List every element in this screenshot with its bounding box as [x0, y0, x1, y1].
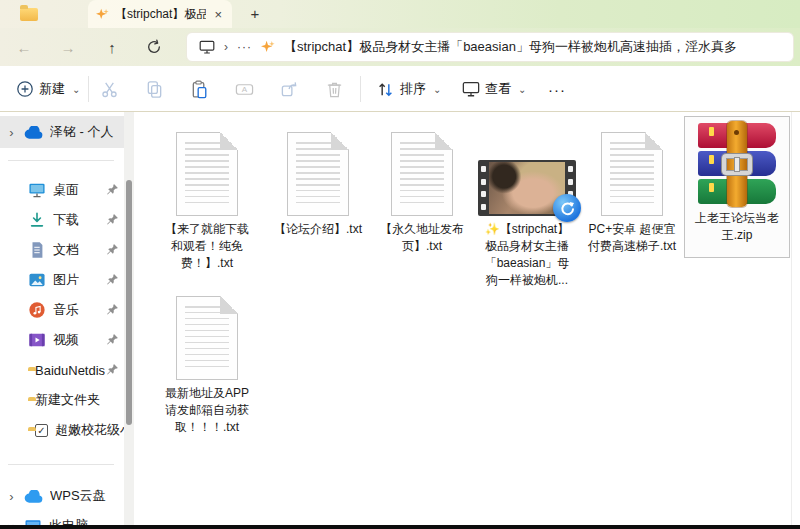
file-item[interactable]: PC+安卓 超便宜 付费高速梯子.txt — [580, 118, 684, 255]
player-badge-icon — [553, 194, 581, 222]
sort-icon — [376, 80, 395, 99]
tab-close-button[interactable]: × — [212, 7, 224, 22]
cut-button[interactable] — [92, 74, 126, 104]
sidebar-scrollbar[interactable] — [124, 112, 134, 525]
sidebar-item-checked-folder[interactable]: ✓ 超嫩校花级小 — [0, 416, 124, 444]
downloads-icon — [28, 211, 46, 229]
file-item[interactable]: 最新地址及APP 请发邮箱自动获 取！！！.txt — [155, 282, 259, 436]
file-label: ✨【stripchat】 极品身材女主播 「baeasian」母 狗一样被炮机.… — [475, 221, 579, 289]
sidebar-item-music[interactable]: 音乐 — [0, 296, 124, 324]
cloud-icon — [24, 490, 43, 503]
documents-icon — [28, 241, 46, 259]
paste-button[interactable] — [182, 74, 216, 104]
onedrive-icon — [24, 126, 43, 139]
sidebar-item-label: 超嫩校花级小 — [55, 421, 124, 439]
sidebar-item-label: WPS云盘 — [50, 487, 106, 505]
svg-text:A: A — [241, 85, 247, 94]
checkbox-icon[interactable]: ✓ — [35, 424, 48, 437]
pin-icon — [106, 363, 119, 379]
sort-button-label: 排序 — [400, 80, 426, 98]
toolbar: 新建 ⌄ A — [0, 66, 800, 112]
sidebar-item-label: 文档 — [53, 241, 79, 259]
new-tab-button[interactable]: + — [244, 3, 266, 25]
sidebar-item-onedrive[interactable]: › 泽铭 - 个人 — [0, 116, 124, 148]
refresh-button[interactable] — [142, 39, 166, 61]
sidebar-item-downloads[interactable]: 下载 — [0, 206, 124, 234]
sidebar-item-label: 新建文件夹 — [35, 391, 100, 409]
more-button[interactable]: ··· — [544, 74, 570, 104]
toolbar-divider — [88, 76, 89, 102]
file-label: 最新地址及APP 请发邮箱自动获 取！！！.txt — [155, 385, 259, 436]
music-icon — [28, 301, 46, 319]
sparkles-icon — [96, 8, 109, 21]
rename-button[interactable]: A — [227, 74, 261, 104]
sidebar-item-documents[interactable]: 文档 — [0, 236, 124, 264]
sidebar-item-label: 音乐 — [53, 301, 79, 319]
titlebar: 【stripchat】极品身材女主 × + — [0, 0, 800, 28]
file-label: 【论坛介绍】.txt — [266, 221, 370, 238]
pin-icon — [106, 183, 119, 199]
sidebar-item-pictures[interactable]: 图片 — [0, 266, 124, 294]
file-label: 上老王论坛当老 王.zip — [685, 210, 789, 244]
text-file-icon — [176, 132, 238, 216]
back-button[interactable]: ← — [12, 37, 36, 59]
chevron-right-icon[interactable]: › — [6, 489, 17, 504]
scissors-icon — [100, 80, 119, 99]
sidebar-item-label: 桌面 — [53, 181, 79, 199]
chevron-down-icon: ⌄ — [72, 84, 80, 95]
sidebar-item-desktop[interactable]: 桌面 — [0, 176, 124, 204]
plus-circle-icon — [16, 80, 34, 98]
file-item[interactable]: 【来了就能下载 和观看！纯免 费！】.txt — [155, 118, 259, 272]
content-scrollbar-track — [791, 112, 792, 525]
trash-icon — [325, 80, 344, 99]
file-label: 【永久地址发布 页】.txt — [370, 221, 474, 255]
view-button-label: 查看 — [485, 80, 511, 98]
file-item-selected[interactable]: 上老王论坛当老 王.zip — [684, 116, 790, 258]
pictures-icon — [28, 272, 46, 288]
sidebar-divider — [8, 160, 114, 161]
file-item[interactable]: 【永久地址发布 页】.txt — [370, 118, 474, 255]
toolbar-divider — [360, 76, 361, 102]
sidebar-item-wps-cloud[interactable]: › WPS云盘 — [0, 482, 124, 510]
chevron-down-icon: ⌄ — [518, 84, 526, 95]
copy-button[interactable] — [137, 74, 171, 104]
explorer-tab[interactable]: 【stripchat】极品身材女主 × — [88, 0, 232, 28]
sidebar-item-label: 图片 — [53, 271, 79, 289]
text-file-icon — [391, 132, 453, 216]
file-grid: 【来了就能下载 和观看！纯免 费！】.txt 【论坛介绍】.txt 【永久地址发… — [134, 112, 800, 525]
pin-icon — [106, 303, 119, 319]
scrollbar-thumb[interactable] — [126, 180, 132, 425]
new-button[interactable]: 新建 ⌄ — [12, 74, 84, 104]
folder-icon — [20, 8, 38, 21]
share-button[interactable] — [272, 74, 306, 104]
videos-icon — [28, 332, 46, 348]
file-item[interactable]: ✨【stripchat】 极品身材女主播 「baeasian」母 狗一样被炮机.… — [475, 118, 579, 289]
sparkles-icon — [261, 40, 275, 54]
pin-icon — [106, 243, 119, 259]
chevron-right-icon[interactable]: › — [6, 125, 17, 140]
sidebar: › 泽铭 - 个人 桌面 下载 — [0, 112, 124, 525]
sidebar-item-videos[interactable]: 视频 — [0, 326, 124, 354]
address-path: 【stripchat】极品身材女主播「baeasian」母狗一样被炮机高速抽插，… — [284, 38, 737, 56]
sort-button[interactable]: 排序 ⌄ — [372, 74, 445, 104]
delete-button[interactable] — [317, 74, 351, 104]
new-button-label: 新建 — [39, 80, 65, 98]
file-explorer-window: 【stripchat】极品身材女主 × + ← → ↑ › ··· — [0, 0, 800, 529]
monitor-icon — [199, 40, 215, 54]
address-bar[interactable]: › ··· 【stripchat】极品身材女主播「baeasian」母狗一样被炮… — [186, 32, 794, 62]
view-button[interactable]: 查看 ⌄ — [458, 74, 530, 104]
tab-title: 【stripchat】极品身材女主 — [115, 6, 206, 23]
file-item[interactable]: 【论坛介绍】.txt — [266, 118, 370, 238]
sidebar-item-baidunetdisk[interactable]: BaiduNetdis — [0, 356, 124, 384]
desktop-icon — [28, 182, 46, 198]
sidebar-item-label: 下载 — [53, 211, 79, 229]
sidebar-item-label: BaiduNetdis — [35, 363, 105, 378]
address-row: ← → ↑ › ··· 【stripchat】极品身材女主播「baeasian」… — [0, 28, 800, 66]
text-file-icon — [176, 296, 238, 380]
copy-icon — [145, 80, 164, 99]
sidebar-item-this-pc[interactable]: › 此电脑 — [0, 512, 124, 525]
forward-button[interactable]: → — [56, 37, 80, 59]
up-button[interactable]: ↑ — [100, 37, 124, 59]
breadcrumb-ellipsis[interactable]: ··· — [237, 40, 252, 54]
sidebar-item-new-folder[interactable]: 新建文件夹 — [0, 386, 124, 414]
